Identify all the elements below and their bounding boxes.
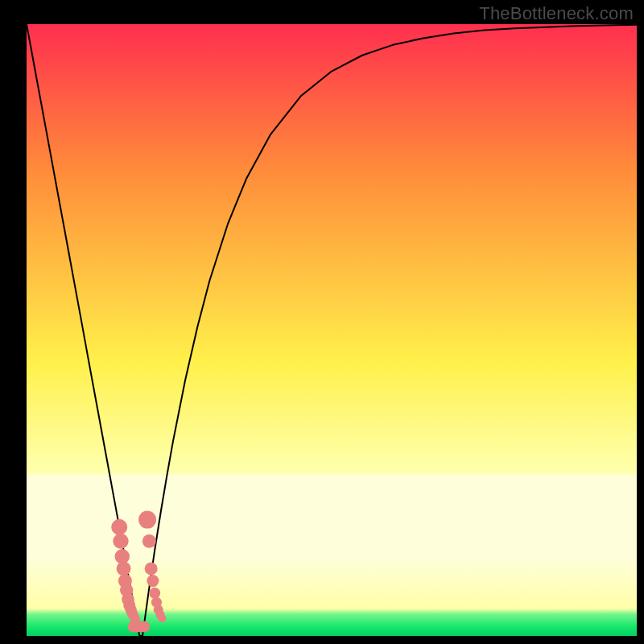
plot-area [27,24,637,636]
svg-point-25 [138,621,150,633]
svg-point-1 [111,519,127,535]
svg-point-13 [138,511,156,529]
outer-frame: TheBottleneck.com [0,0,644,644]
svg-point-15 [145,562,158,575]
svg-point-2 [113,534,128,549]
svg-point-16 [147,575,159,587]
svg-point-21 [158,614,166,622]
bottleneck-curve [27,24,637,636]
svg-point-17 [149,588,160,599]
svg-point-14 [142,535,156,548]
svg-point-4 [117,561,131,576]
watermark-text: TheBottleneck.com [479,3,634,24]
